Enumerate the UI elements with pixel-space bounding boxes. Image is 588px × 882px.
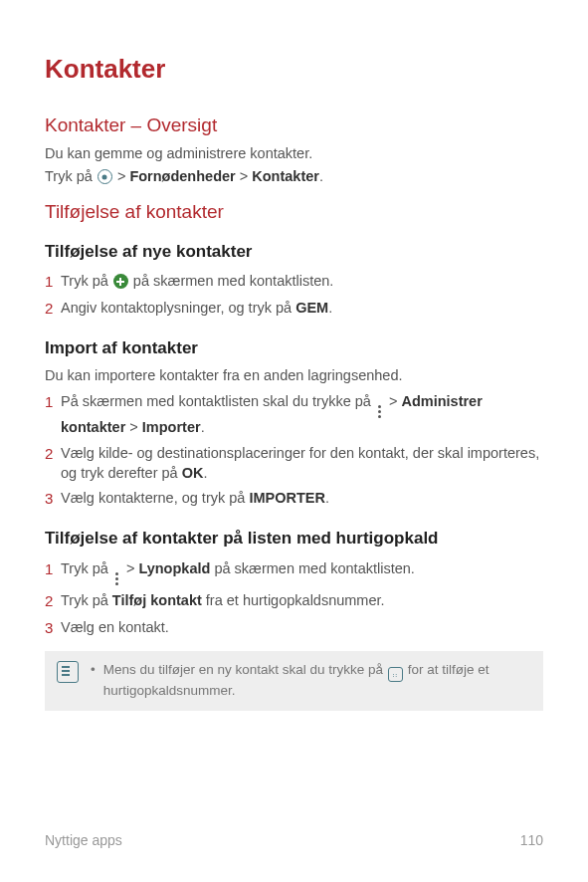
more-icon [115,572,119,585]
path-essentials: Fornødenheder [129,168,235,184]
import-intro: Du kan importere kontakter fra en anden … [45,366,543,386]
note-icon [57,661,79,683]
step-number: 1 [45,392,61,412]
step-body: På skærmen med kontaktlisten skal du try… [61,392,543,438]
path-pre: Tryk på [45,168,97,184]
steps-import: 1 På skærmen med kontaktlisten skal du t… [45,389,543,512]
note-line: • Mens du tilføjer en ny kontakt skal du… [91,661,531,701]
dialpad-icon: ∷ [388,667,403,682]
overview-path: Tryk på > Fornødenheder > Kontakter. [45,167,543,187]
page-title: Kontakter [45,52,543,87]
step-body: Angiv kontaktoplysninger, og tryk på GEM… [61,299,543,319]
bullet-icon: • [91,661,96,701]
step-number: 3 [45,489,61,509]
sub-add-new: Tilføjelse af nye kontakter [45,241,543,264]
chevron-icon: > [126,560,134,576]
footer-page-number: 110 [520,831,543,850]
chevron-icon: > [117,168,125,184]
step-number: 2 [45,299,61,319]
step-number: 2 [45,591,61,611]
note-text: Mens du tilføjer en ny kontakt skal du t… [103,661,531,701]
step-body: Vælg en kontakt. [61,618,543,638]
section-overview-heading: Kontakter – Oversigt [45,112,543,138]
footer-section: Nyttige apps [45,831,122,850]
step-number: 2 [45,444,61,464]
step-1: 1 Tryk på > Lynopkald på skærmen med kon… [45,556,543,588]
step-body: Tryk på Tilføj kontakt fra et hurtigopka… [61,591,543,611]
step-1: 1 Tryk på på skærmen med kontaktlisten. [45,269,543,295]
step-body: Tryk på på skærmen med kontaktlisten. [61,272,543,292]
step-2: 2 Angiv kontaktoplysninger, og tryk på G… [45,296,543,322]
step-body: Vælg kilde- og destinationsplaceringer f… [61,444,543,483]
step-3: 3 Vælg en kontakt. [45,615,543,641]
step-2: 2 Vælg kilde- og destinationsplaceringer… [45,441,543,486]
step-body: Tryk på > Lynopkald på skærmen med konta… [61,559,543,585]
step-number: 1 [45,272,61,292]
step-number: 1 [45,559,61,579]
chevron-icon: > [389,393,397,409]
home-icon [98,169,112,184]
step-1: 1 På skærmen med kontaktlisten skal du t… [45,389,543,441]
section-add-heading: Tilføjelse af kontakter [45,199,543,225]
chevron-icon: > [240,168,248,184]
step-body: Vælg kontakterne, og tryk på IMPORTER. [61,489,543,509]
page-body: Kontakter Kontakter – Oversigt Du kan ge… [0,0,588,711]
overview-intro: Du kan gemme og administrere kontakter. [45,144,543,164]
sub-import: Import af kontakter [45,337,543,360]
steps-add-new: 1 Tryk på på skærmen med kontaktlisten. … [45,269,543,322]
note-content: • Mens du tilføjer en ny kontakt skal du… [91,661,531,701]
step-3: 3 Vælg kontakterne, og tryk på IMPORTER. [45,486,543,512]
path-contacts: Kontakter [252,168,319,184]
note-box: • Mens du tilføjer en ny kontakt skal du… [45,651,543,711]
chevron-icon: > [129,419,137,435]
step-number: 3 [45,618,61,638]
more-icon [378,405,382,418]
step-2: 2 Tryk på Tilføj kontakt fra et hurtigop… [45,588,543,614]
steps-speeddial: 1 Tryk på > Lynopkald på skærmen med kon… [45,556,543,641]
page-footer: Nyttige apps 110 [45,831,543,850]
sub-speeddial: Tilføjelse af kontakter på listen med hu… [45,528,543,551]
plus-icon [113,274,128,289]
